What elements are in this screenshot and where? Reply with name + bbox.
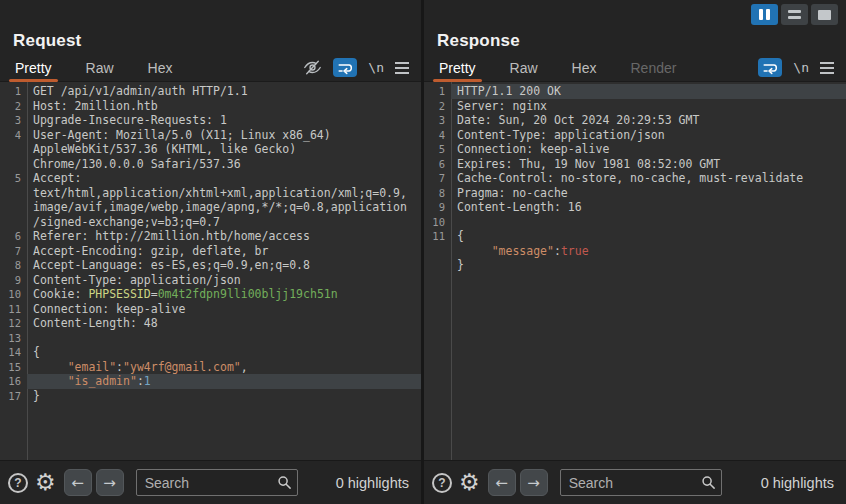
search-prev-button[interactable]: ← (64, 469, 92, 496)
layout-columns-button[interactable] (751, 4, 778, 25)
request-topstrip (0, 0, 421, 28)
search-next-button[interactable]: → (96, 469, 124, 496)
code-row: 3Date: Sun, 20 Oct 2024 20:29:53 GMT (424, 113, 846, 128)
line-number: 3 (0, 113, 27, 128)
code-row: text/html,application/xhtml+xml,applicat… (0, 186, 421, 201)
settings-gear-icon[interactable]: ⚙ (459, 471, 480, 494)
line-number: 2 (424, 99, 451, 114)
line-number: 9 (424, 200, 451, 215)
settings-gear-icon[interactable]: ⚙ (35, 471, 56, 494)
layout-single-button[interactable] (811, 4, 838, 25)
response-tabsrow: PrettyRawHexRender \n (424, 54, 846, 82)
request-editor-tools: \n (303, 58, 421, 77)
response-tab-render: Render (629, 54, 679, 81)
newline-chars-toggle[interactable]: \n (793, 60, 809, 75)
http-message-viewer: Request PrettyRawHex (0, 0, 846, 504)
search-icon (277, 475, 292, 490)
line-number: 12 (0, 316, 27, 331)
request-tab-hex[interactable]: Hex (146, 54, 175, 81)
line-number (424, 258, 451, 273)
code-line: Content-Length: 16 (451, 200, 846, 215)
code-row: "message":true (424, 244, 846, 259)
line-number (0, 142, 27, 157)
code-row: 2Host: 2million.htb (0, 99, 421, 114)
response-statusbar: ? ⚙ ← → 0 highlights (424, 460, 846, 504)
code-row: 13 (0, 331, 421, 346)
code-line: Connection: keep-alive (451, 142, 846, 157)
editor-menu-icon[interactable] (395, 62, 409, 74)
line-number: 8 (0, 258, 27, 273)
code-line: /signed-exchange;v=b3;q=0.7 (27, 215, 421, 230)
code-row: } (424, 258, 846, 273)
hide-irrelevant-eye-off-icon[interactable] (303, 59, 322, 76)
line-number: 1 (424, 84, 451, 99)
soft-wrap-toggle-icon[interactable] (333, 58, 357, 77)
response-tab-pretty[interactable]: Pretty (437, 54, 478, 81)
response-topstrip (424, 0, 846, 28)
layout-controls (751, 4, 838, 25)
search-prev-button[interactable]: ← (488, 469, 516, 496)
code-row: 11Connection: keep-alive (0, 302, 421, 317)
code-line: User-Agent: Mozilla/5.0 (X11; Linux x86_… (27, 128, 421, 143)
line-number: 13 (0, 331, 27, 346)
code-row: 10Cookie: PHPSESSID=0m4t2fdpn9lli00bljj1… (0, 287, 421, 302)
code-row: /signed-exchange;v=b3;q=0.7 (0, 215, 421, 230)
search-field-wrap (560, 469, 722, 496)
help-icon[interactable]: ? (8, 473, 28, 493)
request-editor[interactable]: 1GET /api/v1/admin/auth HTTP/1.12Host: 2… (0, 82, 421, 460)
code-line: Server: nginx (451, 99, 846, 114)
line-number (0, 215, 27, 230)
code-line: Cookie: PHPSESSID=0m4t2fdpn9lli00bljj19c… (27, 287, 421, 302)
code-row: 14{ (0, 345, 421, 360)
code-row: 7Cache-Control: no-store, no-cache, must… (424, 171, 846, 186)
code-row: 2Server: nginx (424, 99, 846, 114)
line-number (424, 244, 451, 259)
response-tab-raw[interactable]: Raw (508, 54, 540, 81)
response-title: Response (437, 31, 520, 51)
line-number: 17 (0, 389, 27, 404)
code-row: 7Accept-Encoding: gzip, deflate, br (0, 244, 421, 259)
response-tabs: PrettyRawHexRender (437, 54, 678, 81)
response-tab-hex[interactable]: Hex (570, 54, 599, 81)
search-input[interactable] (560, 469, 722, 496)
code-line: Date: Sun, 20 Oct 2024 20:29:53 GMT (451, 113, 846, 128)
line-number: 15 (0, 360, 27, 375)
search-next-button[interactable]: → (520, 469, 548, 496)
line-number (0, 157, 27, 172)
soft-wrap-toggle-icon[interactable] (758, 58, 782, 77)
editor-menu-icon[interactable] (820, 62, 834, 74)
request-tabsrow: PrettyRawHex \ (0, 54, 421, 82)
line-number: 4 (424, 128, 451, 143)
code-line: Accept-Encoding: gzip, deflate, br (27, 244, 421, 259)
response-panel: Response PrettyRawHexRender \n 1HTTP/1.1… (424, 0, 846, 504)
highlights-count: 0 highlights (336, 475, 409, 491)
code-line: Content-Type: application/json (27, 273, 421, 288)
code-line: Content-Length: 48 (27, 316, 421, 331)
line-number: 11 (0, 302, 27, 317)
code-row: 8Pragma: no-cache (424, 186, 846, 201)
code-line: Upgrade-Insecure-Requests: 1 (27, 113, 421, 128)
code-row: 9Content-Type: application/json (0, 273, 421, 288)
layout-rows-button[interactable] (781, 4, 808, 25)
request-tabs: PrettyRawHex (13, 54, 175, 81)
code-line (27, 331, 421, 346)
code-line: GET /api/v1/admin/auth HTTP/1.1 (27, 84, 421, 99)
code-line: HTTP/1.1 200 OK (451, 84, 846, 99)
line-number: 3 (424, 113, 451, 128)
code-row: 12Content-Length: 48 (0, 316, 421, 331)
search-input[interactable] (136, 469, 298, 496)
code-line: Host: 2million.htb (27, 99, 421, 114)
newline-chars-toggle[interactable]: \n (368, 60, 384, 75)
code-line: text/html,application/xhtml+xml,applicat… (27, 186, 421, 201)
line-number: 10 (424, 215, 451, 230)
response-editor[interactable]: 1HTTP/1.1 200 OK2Server: nginx3Date: Sun… (424, 82, 846, 460)
request-tab-pretty[interactable]: Pretty (13, 54, 54, 81)
request-tab-raw[interactable]: Raw (84, 54, 116, 81)
code-row: Chrome/130.0.0.0 Safari/537.36 (0, 157, 421, 172)
code-row: 4User-Agent: Mozilla/5.0 (X11; Linux x86… (0, 128, 421, 143)
help-icon[interactable]: ? (432, 473, 452, 493)
code-row: 11{ (424, 229, 846, 244)
line-number (0, 200, 27, 215)
code-line: Chrome/130.0.0.0 Safari/537.36 (27, 157, 421, 172)
code-line: Accept-Language: es-ES,es;q=0.9,en;q=0.8 (27, 258, 421, 273)
